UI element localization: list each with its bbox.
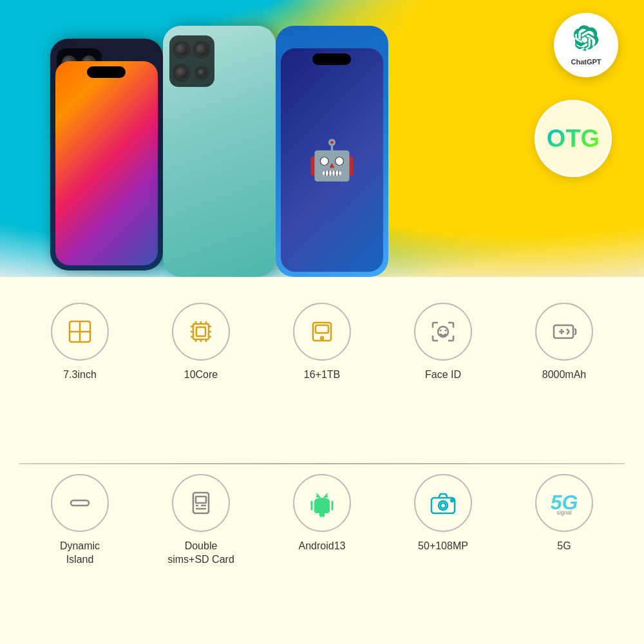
features-row-2: DynamicIsland Doublesims+SD Card [19,468,625,631]
svg-line-30 [567,332,569,334]
icon-circle-android [293,474,351,532]
svg-rect-3 [193,324,209,339]
screen-dark [55,61,158,265]
svg-point-19 [321,337,323,339]
chatgpt-icon [573,25,599,57]
feature-camera: 50+108MP [383,474,504,553]
icon-circle-screen [51,303,109,361]
icon-circle-camera [414,474,472,532]
feature-sim: Doublesims+SD Card [140,474,261,567]
svg-rect-33 [196,497,206,503]
label-battery: 8000mAh [542,368,587,382]
label-dynamic: DynamicIsland [60,540,100,567]
feature-storage: 16+1TB [261,303,383,382]
screen-front: 🤖 [281,48,383,272]
icon-circle-cpu [172,303,230,361]
notch-dark [87,66,126,78]
row-divider [19,463,625,464]
lens-g2 [194,43,209,57]
feature-5g: 5G signal 5G [504,474,625,553]
chatgpt-label: ChatGPT [571,58,601,66]
label-sim: Doublesims+SD Card [167,540,234,567]
features-row-1: 7.3inch [19,296,625,460]
icon-circle-5g: 5G signal [535,474,593,532]
icon-circle-battery [535,303,593,361]
phones-container: 🤖 [0,0,438,277]
phone-green [163,26,276,277]
feature-android: Android13 [261,474,383,553]
icon-circle-faceid [414,303,472,361]
svg-point-45 [440,503,446,508]
label-android: Android13 [299,540,346,553]
label-cpu: 10Core [184,368,218,382]
lens-g4 [196,68,207,78]
label-faceid: Face ID [425,368,461,382]
label-screen: 7.3inch [63,368,97,382]
feature-cpu: 10Core [140,303,261,382]
chatgpt-badge: ChatGPT [554,13,618,77]
otg-label: OTG [547,125,600,153]
svg-rect-4 [196,327,205,336]
bottom-section: 7.3inch [0,277,644,644]
rear-camera-green [169,35,214,87]
top-section: 🤖 ChatGPT OTG [0,0,644,277]
svg-point-46 [451,499,453,502]
feature-screen: 7.3inch [19,303,140,382]
icon-circle-dynamic [51,474,109,532]
icon-circle-sim [172,474,230,532]
label-storage: 16+1TB [304,368,340,382]
feature-dynamic-island: DynamicIsland [19,474,140,567]
svg-rect-31 [71,500,89,506]
lens-g3 [175,66,189,80]
game-character: 🤖 [281,48,383,272]
icon-circle-storage [293,303,351,361]
svg-rect-18 [316,325,328,333]
feature-battery: 8000mAh [504,303,625,382]
otg-badge: OTG [535,100,612,177]
label-camera: 50+108MP [418,540,468,553]
phone-front: 🤖 [276,26,388,277]
feature-faceid: Face ID [383,303,504,382]
lens-g1 [175,43,189,57]
phone-dark [50,39,163,270]
notch-front [312,53,351,65]
5g-sub: signal [556,509,572,516]
label-5g: 5G [557,540,571,553]
